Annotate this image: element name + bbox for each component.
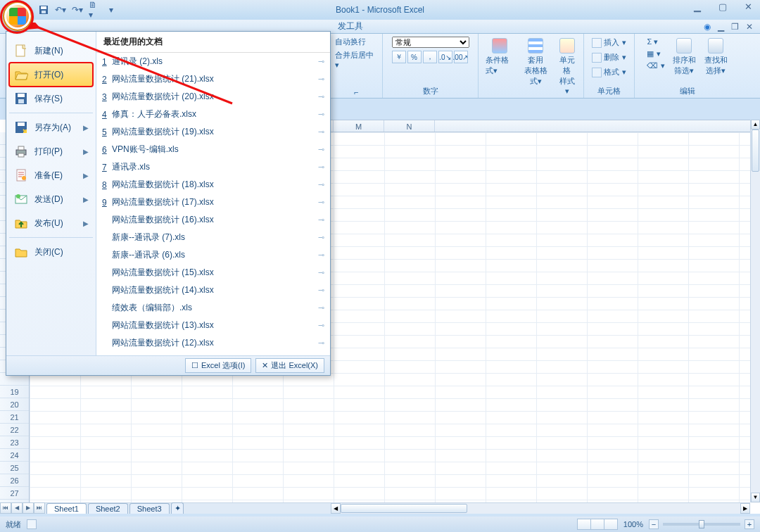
insert-button[interactable]: 插入 ▾ <box>590 37 628 49</box>
menu-item-print[interactable]: 打印(P)▶ <box>9 139 93 163</box>
recent-document-item[interactable]: 7通讯录.xls⊸ <box>96 158 330 176</box>
conditional-format-button[interactable]: 条件格式▾ <box>483 37 516 77</box>
menu-item-publish[interactable]: 发布(U)▶ <box>9 211 93 235</box>
sheet-tab-1[interactable]: Sheet1 <box>46 503 87 514</box>
group-corner-icon[interactable]: ⌐ <box>354 87 358 98</box>
menu-item-prepare[interactable]: 准备(E)▶ <box>9 163 93 187</box>
pin-icon[interactable]: ⊸ <box>318 180 324 189</box>
pin-icon[interactable]: ⊸ <box>318 75 324 84</box>
menu-item-send[interactable]: 发送(D)▶ <box>9 187 93 211</box>
tab-nav-first[interactable]: ⏮ <box>0 502 11 514</box>
row-header[interactable]: 25 <box>0 462 29 474</box>
ribbon-tab-visible[interactable]: 发工具 <box>331 19 370 34</box>
row-header[interactable]: 24 <box>0 449 29 462</box>
menu-item-close[interactable]: 关闭(C) <box>9 240 93 264</box>
print-preview-icon[interactable]: 🗎▾ <box>89 4 100 15</box>
page-layout-view-button[interactable] <box>590 519 604 530</box>
recent-document-item[interactable]: 网站流量数据统计 (15).xlsx⊸ <box>96 264 330 281</box>
horizontal-scrollbar[interactable]: ◀ ▶ <box>331 502 750 514</box>
vertical-scrollbar[interactable]: ▲ ▼ <box>750 120 760 502</box>
close-button[interactable]: ✕ <box>740 1 756 12</box>
recent-document-item[interactable]: 2网站流量数据统计 (21).xlsx⊸ <box>96 70 330 88</box>
zoom-level[interactable]: 100% <box>623 520 643 528</box>
pin-icon[interactable]: ⊸ <box>318 57 324 66</box>
maximize-button[interactable]: ▢ <box>715 1 730 12</box>
pin-icon[interactable]: ⊸ <box>318 286 324 295</box>
number-format-select[interactable]: 常规 <box>392 37 469 48</box>
autosum-button[interactable]: Σ ▾ <box>645 37 666 47</box>
pin-icon[interactable]: ⊸ <box>318 338 324 348</box>
decrease-decimal-button[interactable]: .00↗ <box>454 51 468 63</box>
macro-record-icon[interactable] <box>27 519 37 529</box>
clear-button[interactable]: ⌫ ▾ <box>645 61 666 71</box>
redo-icon[interactable]: ↷▾ <box>72 4 83 15</box>
pin-icon[interactable]: ⊸ <box>318 92 324 101</box>
exit-excel-button[interactable]: ✕退出 Excel(X) <box>255 358 324 373</box>
hscroll-thumb[interactable] <box>341 504 467 513</box>
pin-icon[interactable]: ⊸ <box>318 268 324 277</box>
menu-item-open[interactable]: 打开(O) <box>9 63 93 87</box>
menu-item-new[interactable]: 新建(N) <box>9 39 93 63</box>
pin-icon[interactable]: ⊸ <box>318 215 324 224</box>
zoom-slider-thumb[interactable] <box>699 520 704 528</box>
zoom-in-button[interactable]: + <box>745 519 754 529</box>
menu-item-save[interactable]: 保存(S) <box>9 87 93 110</box>
sort-filter-button[interactable]: 排序和 筛选▾ <box>670 37 699 77</box>
row-header[interactable]: 22 <box>0 424 29 436</box>
pin-icon[interactable]: ⊸ <box>318 198 324 207</box>
pin-icon[interactable]: ⊸ <box>318 110 324 119</box>
pin-icon[interactable]: ⊸ <box>318 127 324 137</box>
pin-icon[interactable]: ⊸ <box>318 233 324 242</box>
pin-icon[interactable]: ⊸ <box>318 303 324 312</box>
vscroll-thumb[interactable] <box>752 129 759 172</box>
column-header[interactable]: M <box>334 120 384 132</box>
increase-decimal-button[interactable]: .0↘ <box>438 51 452 63</box>
scroll-down-button[interactable]: ▼ <box>751 493 760 502</box>
find-select-button[interactable]: 查找和 选择▾ <box>702 37 730 77</box>
excel-options-button[interactable]: ☐Excel 选项(I) <box>185 358 251 373</box>
pin-icon[interactable]: ⊸ <box>318 145 324 154</box>
delete-button[interactable]: 删除 ▾ <box>590 51 628 63</box>
recent-document-item[interactable]: 新康--通讯录 (7).xls⊸ <box>96 229 330 246</box>
pin-icon[interactable]: ⊸ <box>318 251 324 260</box>
row-header[interactable]: 23 <box>0 436 29 449</box>
qat-customize-icon[interactable]: ▾ <box>106 4 117 15</box>
page-break-view-button[interactable] <box>604 519 618 530</box>
recent-document-item[interactable]: 5网站流量数据统计 (19).xlsx⊸ <box>96 123 330 141</box>
tab-nav-last[interactable]: ⏭ <box>34 502 45 514</box>
row-header[interactable]: 26 <box>0 474 29 487</box>
row-header[interactable]: 19 <box>0 386 29 398</box>
fill-button[interactable]: ▦ ▾ <box>645 49 666 59</box>
scroll-right-button[interactable]: ▶ <box>740 503 750 514</box>
recent-document-item[interactable]: 新康--通讯录 (6).xls⊸ <box>96 246 330 264</box>
recent-document-item[interactable]: 网站流量数据统计 (12).xlsx⊸ <box>96 334 330 352</box>
recent-document-item[interactable]: 4修真：人手必备表.xlsx⊸ <box>96 106 330 123</box>
save-icon[interactable] <box>38 4 49 15</box>
sheet-tab-3[interactable]: Sheet3 <box>129 503 170 514</box>
workbook-restore-button[interactable]: ❐ <box>731 22 739 32</box>
row-header[interactable]: 21 <box>0 411 29 424</box>
recent-document-item[interactable]: 9网站流量数据统计 (17).xlsx⊸ <box>96 194 330 211</box>
recent-document-item[interactable]: 3网站流量数据统计 (20).xlsx⊸ <box>96 88 330 106</box>
recent-document-item[interactable]: 8网站流量数据统计 (18).xlsx⊸ <box>96 176 330 194</box>
workbook-minimize-button[interactable]: ▁ <box>718 22 724 32</box>
recent-document-item[interactable]: 1通讯录 (2).xls⊸ <box>96 53 330 70</box>
tab-nav-next[interactable]: ▶ <box>23 502 34 514</box>
pin-icon[interactable]: ⊸ <box>318 321 324 330</box>
recent-document-item[interactable]: 网站流量数据统计 (16).xlsx⊸ <box>96 211 330 229</box>
new-sheet-button[interactable]: ✦ <box>171 502 184 514</box>
merge-center-button[interactable]: 合并后居中 ▾ <box>335 50 378 70</box>
recent-document-item[interactable]: 网站流量数据统计 (13).xlsx⊸ <box>96 317 330 334</box>
tab-nav-prev[interactable]: ◀ <box>11 502 23 514</box>
sheet-tab-2[interactable]: Sheet2 <box>88 503 128 514</box>
menu-item-saveas[interactable]: 另存为(A)▶ <box>9 115 93 139</box>
wrap-text-button[interactable]: 自动换行 <box>335 37 366 47</box>
normal-view-button[interactable] <box>577 519 591 530</box>
workbook-close-button[interactable]: ✕ <box>746 22 753 32</box>
row-header[interactable]: 20 <box>0 398 29 411</box>
format-button[interactable]: 格式 ▾ <box>590 66 628 78</box>
help-icon[interactable]: ◉ <box>704 22 711 32</box>
recent-document-item[interactable]: 绩效表（编辑部）.xls⊸ <box>96 299 330 317</box>
scroll-left-button[interactable]: ◀ <box>331 503 341 514</box>
pin-icon[interactable]: ⊸ <box>318 163 324 172</box>
